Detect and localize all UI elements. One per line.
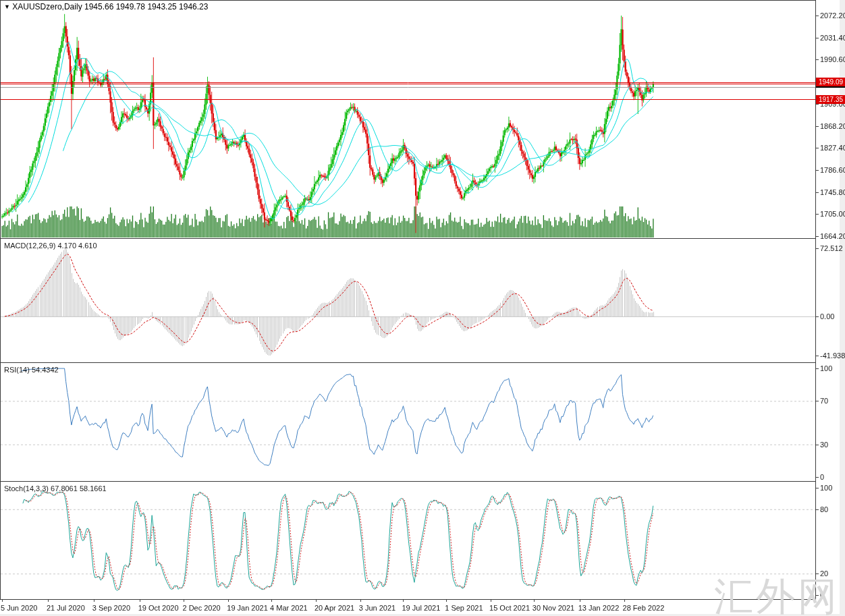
- trading-chart-window: ▼ XAUUSDzero,Daily 1945.66 1949.78 1943.…: [0, 0, 845, 616]
- price-tick-label: 1664.20: [820, 232, 845, 240]
- panel-separator-rsi[interactable]: [0, 362, 815, 363]
- date-tick-label: 4 Mar 2021: [270, 604, 308, 612]
- date-tick-label: 1 Sep 2021: [445, 604, 483, 612]
- stoch-label: Stoch(14,3,3) 67.8061 58.1661: [4, 484, 107, 493]
- date-tick-label: 19 Jul 2021: [402, 604, 440, 612]
- window-right-edge: [840, 0, 845, 616]
- panel-separator-stoch[interactable]: [0, 481, 815, 482]
- price-tick-label: 1705.00: [820, 210, 845, 218]
- rsi-label: RSI(14) 54.4342: [4, 366, 59, 374]
- symbol-title-row: ▼ XAUUSDzero,Daily 1945.66 1949.78 1943.…: [4, 3, 208, 11]
- price-level-box: 1917.35: [816, 95, 845, 104]
- macd-tick-label: -41.938: [820, 352, 845, 360]
- date-tick-label: 20 Apr 2021: [315, 604, 354, 612]
- frame-top: [0, 0, 815, 1]
- macd-label: MACD(12,26,9) 4.170 4.610: [4, 242, 97, 250]
- date-tick-label: 3 Jun 2021: [359, 604, 396, 612]
- rsi-tick-label: 30: [820, 441, 828, 449]
- date-tick-label: 28 Feb 2022: [623, 604, 665, 612]
- date-tick-label: 2 Dec 2020: [182, 604, 220, 612]
- price-axis-border: [815, 0, 816, 600]
- symbol-dropdown-icon[interactable]: ▼: [4, 3, 10, 10]
- date-tick-label: 15 Oct 2021: [489, 604, 530, 612]
- date-tick-label: 19 Oct 2020: [138, 604, 179, 612]
- price-tick-label: 1827.40: [820, 144, 845, 152]
- price-tick-label: 2072.20: [820, 11, 845, 20]
- stoch-tick-label: 80: [820, 505, 828, 513]
- rsi-tick-label: 100: [820, 364, 832, 372]
- price-level-box: 1949.09: [816, 78, 845, 86]
- date-tick-label: 30 Nov 2021: [533, 604, 574, 612]
- time-axis-border: [0, 599, 815, 600]
- panel-separator-macd[interactable]: [0, 238, 815, 239]
- rsi-tick-label: 70: [820, 397, 828, 405]
- date-tick-label: 21 Jul 2020: [47, 604, 85, 612]
- rsi-tick-label: 0: [820, 473, 824, 481]
- date-tick-label: 13 Jan 2022: [578, 604, 620, 612]
- price-tick-label: 1990.60: [820, 55, 845, 63]
- price-tick-label: 2031.40: [820, 34, 845, 42]
- date-tick-label: 5 Jun 2020: [1, 604, 37, 612]
- price-tick-label: 1745.80: [820, 188, 845, 196]
- frame-left: [0, 0, 1, 599]
- price-tick-label: 1868.20: [820, 122, 845, 130]
- macd-tick-label: 72.512: [820, 244, 843, 252]
- price-tick-label: 1786.60: [820, 166, 845, 174]
- date-tick-label: 19 Jan 2021: [227, 604, 268, 612]
- macd-tick-label: 0.00: [820, 312, 834, 320]
- stoch-tick-label: 100: [820, 484, 832, 492]
- symbol-title: XAUUSDzero,Daily 1945.66 1949.78 1943.25…: [12, 2, 208, 11]
- date-tick-label: 3 Sep 2020: [92, 604, 130, 612]
- watermark: 汇外网: [714, 571, 840, 616]
- chart-canvas[interactable]: [0, 0, 845, 616]
